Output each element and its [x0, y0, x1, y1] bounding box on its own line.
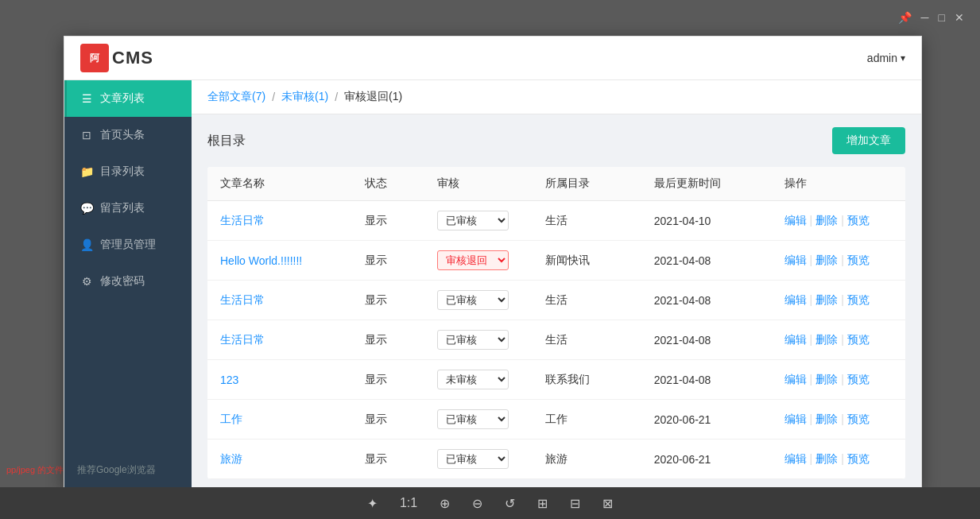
delete-button[interactable]: 删除: [815, 293, 838, 308]
app-container: 阿 CMS admin ☰ 文章列表 ⊡ 首页头条 📁 目录列表 💬 留言列表: [64, 36, 922, 489]
article-status: 显示: [365, 412, 437, 427]
sidebar-item-label: 文章列表: [100, 91, 145, 106]
article-title[interactable]: Hello World.!!!!!!!: [220, 254, 365, 267]
table-row: 生活日常 显示 已审核 未审核 审核退回 生活 2021-04-08: [207, 320, 905, 360]
toolbar-zoom-out-icon[interactable]: ⊖: [469, 493, 486, 514]
audit-select-cell: 已审核 未审核 审核退回: [437, 409, 545, 429]
toolbar-zoom-in-icon[interactable]: ⊕: [436, 493, 453, 514]
breadcrumb-all-articles[interactable]: 全部文章(7): [207, 90, 265, 104]
col-date: 最后更新时间: [654, 176, 784, 191]
preview-button[interactable]: 预览: [847, 412, 870, 427]
toolbar-export-icon[interactable]: ⊠: [599, 493, 616, 514]
audit-select[interactable]: 审核退回 已审核 未审核: [437, 250, 509, 270]
add-article-button[interactable]: 增加文章: [832, 127, 905, 154]
preview-button[interactable]: 预览: [847, 254, 870, 268]
article-title[interactable]: 生活日常: [220, 333, 365, 347]
edit-button[interactable]: 编辑: [784, 333, 807, 347]
preview-button[interactable]: 预览: [847, 333, 870, 347]
preview-button[interactable]: 预览: [847, 373, 870, 387]
audit-select-cell: 未审核 已审核 审核退回: [437, 370, 545, 389]
article-status: 显示: [365, 452, 437, 467]
audit-select[interactable]: 已审核 未审核 审核退回: [437, 409, 509, 429]
edit-button[interactable]: 编辑: [784, 373, 807, 387]
sidebar-item-admin-manage[interactable]: 👤 管理员管理: [64, 227, 192, 263]
article-actions: 编辑 | 删除 | 预览: [784, 452, 893, 467]
edit-button[interactable]: 编辑: [784, 452, 807, 467]
sidebar-item-change-password[interactable]: ⚙ 修改密码: [64, 263, 192, 300]
article-status: 显示: [365, 254, 437, 268]
audit-select[interactable]: 未审核 已审核 审核退回: [437, 370, 509, 389]
breadcrumb-pending[interactable]: 未审核(1): [281, 90, 328, 104]
close-button[interactable]: ✕: [955, 11, 964, 24]
preview-button[interactable]: 预览: [847, 214, 870, 228]
table-row: 生活日常 显示 已审核 未审核 审核退回 生活 2021-04-08: [207, 281, 905, 320]
edit-button[interactable]: 编辑: [784, 254, 807, 268]
delete-button[interactable]: 删除: [815, 214, 838, 228]
maximize-button[interactable]: □: [939, 11, 945, 24]
breadcrumb: 全部文章(7) / 未审核(1) / 审核退回(1): [192, 80, 921, 114]
preview-button[interactable]: 预览: [847, 452, 870, 467]
minimize-button[interactable]: ─: [921, 11, 929, 24]
sidebar-item-comment-list[interactable]: 💬 留言列表: [64, 190, 192, 227]
article-category: 生活: [545, 333, 653, 347]
sidebar-footer[interactable]: 推荐Google浏览器: [64, 452, 192, 488]
audit-select-cell: 已审核 未审核 审核退回: [437, 449, 545, 469]
pin-icon[interactable]: 📌: [898, 11, 912, 24]
app-header: 阿 CMS admin: [64, 37, 921, 80]
preview-button[interactable]: 预览: [847, 293, 870, 308]
article-category: 联系我们: [545, 373, 653, 387]
sidebar-item-category-list[interactable]: 📁 目录列表: [64, 153, 192, 190]
audit-select-cell: 已审核 未审核 审核退回: [437, 290, 545, 310]
delete-button[interactable]: 删除: [815, 254, 838, 268]
delete-button[interactable]: 删除: [815, 452, 838, 467]
audit-select[interactable]: 已审核 未审核 审核退回: [437, 449, 509, 469]
logo-text: CMS: [112, 48, 153, 68]
user-menu[interactable]: admin: [867, 52, 905, 64]
article-actions: 编辑 | 删除 | 预览: [784, 214, 893, 228]
article-list-icon: ☰: [79, 92, 94, 105]
logo-icon: 阿: [80, 44, 109, 72]
article-date: 2021-04-08: [654, 334, 784, 347]
article-actions: 编辑 | 删除 | 预览: [784, 333, 893, 347]
breadcrumb-returned[interactable]: 审核退回(1): [344, 90, 402, 104]
audit-select[interactable]: 已审核 未审核 审核退回: [437, 290, 509, 310]
article-title[interactable]: 生活日常: [220, 214, 365, 228]
article-title[interactable]: 生活日常: [220, 293, 365, 308]
table-header: 文章名称 状态 审核 所属目录 最后更新时间 操作: [207, 167, 905, 201]
sidebar: ☰ 文章列表 ⊡ 首页头条 📁 目录列表 💬 留言列表 👤 管理员管理 ⚙ 修: [64, 80, 192, 488]
table-row: 旅游 显示 已审核 未审核 审核退回 旅游 2020-06-21: [207, 440, 905, 479]
article-date: 2020-06-21: [654, 453, 784, 466]
admin-manage-icon: 👤: [79, 238, 94, 251]
article-title[interactable]: 工作: [220, 412, 365, 427]
article-actions: 编辑 | 删除 | 预览: [784, 412, 893, 427]
sidebar-item-home-headline[interactable]: ⊡ 首页头条: [64, 117, 192, 153]
article-title[interactable]: 旅游: [220, 452, 365, 467]
delete-button[interactable]: 删除: [815, 333, 838, 347]
toolbar-box-icon[interactable]: ⊟: [567, 493, 583, 514]
article-table: 文章名称 状态 审核 所属目录 最后更新时间 操作 生活日常 显示 已审核: [207, 167, 905, 479]
article-category: 工作: [545, 412, 653, 427]
toolbar-sparkle-icon[interactable]: ✦: [364, 493, 381, 514]
edit-button[interactable]: 编辑: [784, 293, 807, 308]
home-headline-icon: ⊡: [79, 129, 94, 141]
bottom-toolbar: ✦ 1:1 ⊕ ⊖ ↺ ⊞ ⊟ ⊠: [0, 487, 980, 519]
audit-select-cell: 审核退回 已审核 未审核: [437, 250, 545, 270]
edit-button[interactable]: 编辑: [784, 412, 807, 427]
article-date: 2021-04-08: [654, 294, 784, 307]
article-actions: 编辑 | 删除 | 预览: [784, 293, 893, 308]
logo-area: 阿 CMS: [80, 44, 153, 72]
audit-select[interactable]: 已审核 未审核 审核退回: [437, 330, 509, 350]
article-status: 显示: [365, 214, 437, 228]
toolbar-grid-icon[interactable]: ⊞: [534, 493, 551, 514]
edit-button[interactable]: 编辑: [784, 214, 807, 228]
window-controls: 📌 ─ □ ✕: [898, 11, 964, 24]
sidebar-item-article-list[interactable]: ☰ 文章列表: [64, 80, 192, 117]
audit-select[interactable]: 已审核 未审核 审核退回: [437, 211, 509, 230]
delete-button[interactable]: 删除: [815, 412, 838, 427]
delete-button[interactable]: 删除: [815, 373, 838, 387]
toolbar-ratio-icon[interactable]: 1:1: [397, 493, 420, 513]
col-status: 状态: [365, 176, 437, 191]
article-title[interactable]: 123: [220, 374, 365, 386]
toolbar-rotate-icon[interactable]: ↺: [502, 493, 518, 514]
file-label: pp/jpeg 的文件: [0, 461, 70, 479]
